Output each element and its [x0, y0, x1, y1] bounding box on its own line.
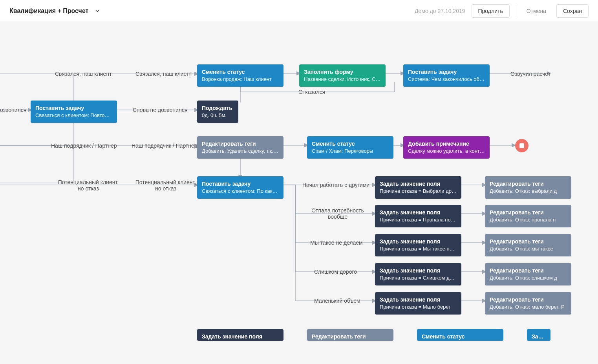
extend-button[interactable]: Продлить	[472, 4, 510, 18]
chevron-down-icon	[95, 8, 100, 14]
node-subtitle: Добавить: Отказ: мы такое	[490, 246, 567, 252]
node-title: Сменить статус	[422, 333, 499, 340]
node-change-status-bottom[interactable]: Сменить статус	[417, 329, 503, 341]
header-divider	[516, 5, 516, 16]
node-subtitle: Добавить: Отказ: выбрали д	[490, 188, 567, 195]
node-set-task-recall[interactable]: Поставить задачу Связаться с клиентом: П…	[31, 101, 117, 123]
edge-label: Наш подрядчик / Партнер	[132, 143, 198, 149]
node-field-reason-others[interactable]: Задать значение поля Причина отказа = Вы…	[375, 176, 461, 199]
edge-label: Связался, наш клиент	[55, 71, 112, 77]
node-title: Сменить статус	[202, 68, 279, 75]
workflow-canvas[interactable]: Связался, наш клиент Связался, наш клиен…	[0, 22, 598, 364]
node-title: Подождать	[202, 104, 234, 112]
node-subtitle: Воронка продаж: Наш клиент	[202, 76, 279, 83]
edge-label: Маленький объем	[314, 298, 360, 304]
cancel-button[interactable]: Отмена	[523, 5, 550, 17]
edge-label: озвонился	[0, 107, 26, 113]
node-start-bottom[interactable]: Запус	[527, 329, 550, 341]
edge-label: Озвучил расчет	[510, 71, 550, 77]
node-subtitle: Система: Чем закончилось обще...	[408, 76, 485, 83]
header-bar: Квалификация + Просчет Демо до 27.10.201…	[0, 0, 598, 22]
demo-expiry-text: Демо до 27.10.2019	[415, 8, 465, 14]
node-title: Задать значение поля	[380, 180, 457, 187]
node-set-task-why-reject[interactable]: Поставить задачу Связаться с клиентом: П…	[197, 176, 283, 199]
header-left: Квалификация + Просчет	[9, 7, 100, 15]
node-title: Задать значение поля	[202, 333, 279, 340]
save-button[interactable]: Сохран	[556, 4, 589, 18]
node-edit-tags-need-gone[interactable]: Редактировать теги Добавить: Отказ: проп…	[485, 205, 571, 227]
node-subtitle: Причина отказа = Пропала потр...	[380, 217, 457, 223]
node-edit-tags-others[interactable]: Редактировать теги Добавить: Отказ: выбр…	[485, 176, 571, 199]
edge-label: Потенциальный клиент,но отказ	[57, 179, 120, 192]
node-set-task-result[interactable]: Поставить задачу Система: Чем закончилос…	[403, 64, 490, 87]
node-field-reason-small-volume[interactable]: Задать значение поля Причина отказа = Ма…	[375, 292, 461, 315]
edge-label: Потенциальный клиент,но отказ	[134, 179, 197, 192]
node-title: Запус	[532, 333, 546, 340]
node-change-status-spam[interactable]: Сменить статус Спам / Хлам: Переговоры	[307, 136, 393, 159]
node-fill-form[interactable]: Заполнить форму Название сделки, Источни…	[299, 64, 386, 87]
node-title: Редактировать теги	[202, 140, 279, 147]
node-subtitle: Связаться с клиентом: По какой ...	[202, 188, 279, 195]
node-subtitle: 0д. 0ч. 5м.	[202, 112, 234, 119]
edge-label: Снова не дозвонился	[133, 107, 188, 113]
node-edit-tags-small-volume[interactable]: Редактировать теги Добавить: Отказ: мало…	[485, 292, 571, 315]
node-subtitle: Сделку можно удалить, а контакт...	[408, 148, 485, 155]
node-subtitle: Спам / Хлам: Переговоры	[312, 148, 389, 155]
node-subtitle: Добавить: Отказ: мало берет, Р	[490, 304, 567, 311]
node-title: Заполнить форму	[304, 68, 381, 75]
edge-label: Отпала потребностьвообще	[306, 207, 369, 220]
node-title: Редактировать теги	[490, 296, 567, 303]
node-title: Задать значение поля	[380, 209, 457, 216]
node-title: Редактировать теги	[490, 180, 567, 187]
node-field-reason-need-gone[interactable]: Задать значение поля Причина отказа = Пр…	[375, 205, 461, 227]
node-subtitle: Добавить: Отказ: пропала п	[490, 217, 567, 223]
node-title: Поставить задачу	[202, 180, 279, 187]
edge-label: Мы такое не делаем	[310, 240, 363, 246]
node-title: Задать значение поля	[380, 267, 457, 274]
node-title: Поставить задачу	[408, 68, 485, 75]
node-subtitle: Связаться с клиентом: Повторна...	[35, 112, 112, 119]
app-root: Квалификация + Просчет Демо до 27.10.201…	[0, 0, 598, 364]
node-field-reason-we-dont[interactable]: Задать значение поля Причина отказа = Мы…	[375, 234, 461, 256]
workflow-title: Квалификация + Просчет	[9, 7, 88, 15]
node-subtitle: Название сделки, Источник, СЕГ...	[304, 76, 381, 83]
edge-label: Слишком дорого	[314, 269, 357, 275]
node-title: Поставить задачу	[35, 104, 112, 112]
node-edit-tags-bottom[interactable]: Редактировать теги	[307, 329, 393, 341]
node-change-status-our-client[interactable]: Сменить статус Воронка продаж: Наш клиен…	[197, 64, 283, 87]
node-title: Редактировать теги	[490, 238, 567, 245]
edge-label: Отказался	[298, 89, 325, 95]
stop-node-icon[interactable]	[515, 139, 529, 152]
node-subtitle: Добавить: Удалить сделку, т.к. па...	[202, 148, 279, 155]
node-edit-tags-we-dont[interactable]: Редактировать теги Добавить: Отказ: мы т…	[485, 234, 571, 256]
node-title: Редактировать теги	[490, 267, 567, 274]
node-title: Редактировать теги	[312, 333, 389, 340]
node-subtitle: Причина отказа = Выбрали других	[380, 188, 457, 195]
edge-label: Начал работать с другими	[302, 182, 369, 188]
node-title: Задать значение поля	[380, 238, 457, 245]
node-field-reason-expensive[interactable]: Задать значение поля Причина отказа = Сл…	[375, 263, 461, 285]
node-subtitle: Причина отказа = Мы такое не д...	[380, 246, 457, 252]
node-title: Задать значение поля	[380, 296, 457, 303]
node-subtitle: Причина отказа = Мало берет	[380, 304, 457, 311]
node-edit-tags-delete-deal[interactable]: Редактировать теги Добавить: Удалить сде…	[197, 136, 283, 159]
node-subtitle: Причина отказа = Слишком доро...	[380, 275, 457, 282]
node-edit-tags-expensive[interactable]: Редактировать теги Добавить: Отказ: слиш…	[485, 263, 571, 285]
node-add-note[interactable]: Добавить примечание Сделку можно удалить…	[403, 136, 490, 159]
node-field-bottom[interactable]: Задать значение поля	[197, 329, 283, 341]
node-title: Добавить примечание	[408, 140, 485, 147]
node-wait[interactable]: Подождать 0д. 0ч. 5м.	[197, 101, 238, 123]
node-title: Редактировать теги	[490, 209, 567, 216]
edge-label: Связался, наш клиент	[135, 71, 192, 77]
node-subtitle: Добавить: Отказ: слишком д	[490, 275, 567, 282]
header-right: Демо до 27.10.2019 Продлить Отмена Сохра…	[415, 4, 589, 18]
edge-label: Наш подрядчик / Партнер	[51, 143, 117, 149]
workflow-title-group[interactable]: Квалификация + Просчет	[9, 7, 100, 15]
node-title: Сменить статус	[312, 140, 389, 147]
